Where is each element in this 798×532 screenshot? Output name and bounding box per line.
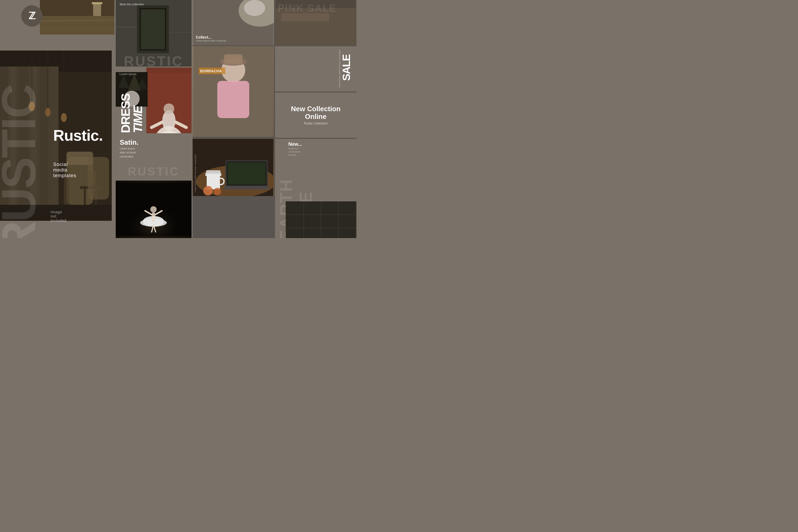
collect-card: Collect... Lorem ipsum dolor consecte... <box>193 0 274 45</box>
svg-rect-35 <box>141 9 165 49</box>
logo-symbol: ℤ <box>28 11 36 22</box>
new-collection-cell: New Collection Online Rustic Collection <box>275 93 357 138</box>
top-left-image <box>40 0 114 35</box>
new-small-title: New... <box>288 141 355 147</box>
image-note: Image not included <box>51 210 66 223</box>
satin-card: Satin. Lorem ipsum dolor sit amet, conse… <box>116 134 191 163</box>
dress-time-card: Lorem ipsum <box>116 68 191 133</box>
svg-point-88 <box>214 188 221 195</box>
lorem-vertical: Lorem ipsum dolor sit amet, consectetur <box>194 154 197 192</box>
satin-text: Lorem ipsum dolor sit amet, consectetur <box>120 147 188 158</box>
dress-time-photo <box>146 68 191 133</box>
svg-text:BORRACHA: BORRACHA <box>200 69 222 73</box>
sale-cell: SALE Lorem ipsum dolor sit amet, consect… <box>275 46 357 92</box>
time-label: TIME <box>131 106 145 133</box>
satin-title: Satin. <box>120 138 188 147</box>
svg-rect-6 <box>92 2 102 4</box>
laptop-cell: Lorem ipsum dolor sit amet, consectetur <box>193 139 274 196</box>
center-column: The Rustic. Meet the collection RUSTIC L… <box>116 0 191 238</box>
dress-label: DRESS <box>119 94 132 133</box>
right-section: Collect... Lorem ipsum dolor consecte...… <box>193 0 357 238</box>
rustic-watermark-left: RUSTIC <box>0 85 42 238</box>
svg-point-65 <box>244 0 265 16</box>
sale-lorem: Lorem ipsum dolor sit amet, consectetur <box>338 50 341 88</box>
dress-time-label: Lorem ipsum <box>119 72 136 76</box>
svg-rect-52 <box>146 68 191 73</box>
svg-rect-73 <box>217 81 249 118</box>
ballet-image <box>116 180 191 238</box>
svg-rect-75 <box>224 54 243 63</box>
svg-point-55 <box>150 206 157 212</box>
collect-sub: Lorem ipsum dolor consecte... <box>196 39 271 42</box>
pink-sale-cell: PINK SALE <box>275 0 357 45</box>
center-watermark-2: RUSTIC <box>128 165 179 178</box>
svg-rect-37 <box>169 32 191 33</box>
svg-rect-58 <box>152 212 155 222</box>
center-watermark-1: RUSTIC <box>116 53 191 66</box>
svg-point-48 <box>164 103 174 114</box>
brand-logo: ℤ <box>21 5 42 26</box>
the-rustic-card: The Rustic. Meet the collection <box>120 0 191 6</box>
center-top-image: The Rustic. Meet the collection RUSTIC <box>116 0 191 66</box>
new-collection-title: New Collection Online <box>280 105 351 120</box>
svg-rect-83 <box>224 186 269 189</box>
new-collection-sub: Rustic Collection <box>304 121 327 125</box>
svg-rect-5 <box>93 3 101 16</box>
svg-rect-68 <box>281 13 329 21</box>
brand-title: Rustic. <box>53 126 103 144</box>
rustic-watermark-bottom-center: RUSTIC <box>116 164 191 179</box>
new-small-card: New... Rustic Co... Lorem ipsum sit amet… <box>288 141 355 157</box>
brand-subtitle: Social media templates <box>53 162 76 178</box>
earth-tone-cell: EARTH TONE New... Rustic Co... Lorem ips… <box>275 139 357 238</box>
svg-point-87 <box>203 186 213 195</box>
the-rustic-subtitle: Meet the collection <box>120 3 144 6</box>
new-small-sub: Rustic Co... Lorem ipsum sit amet... <box>288 147 355 157</box>
svg-rect-86 <box>206 170 221 174</box>
collect-title: Collect... <box>196 35 271 39</box>
fashion-photo-cell: BORRACHA <box>193 46 274 137</box>
the-rustic-title: The Rustic. <box>120 0 191 2</box>
sale-big-text: SALE <box>341 55 353 81</box>
svg-rect-82 <box>227 162 266 185</box>
svg-rect-36 <box>116 26 137 28</box>
left-panel: ℤ <box>0 0 114 238</box>
